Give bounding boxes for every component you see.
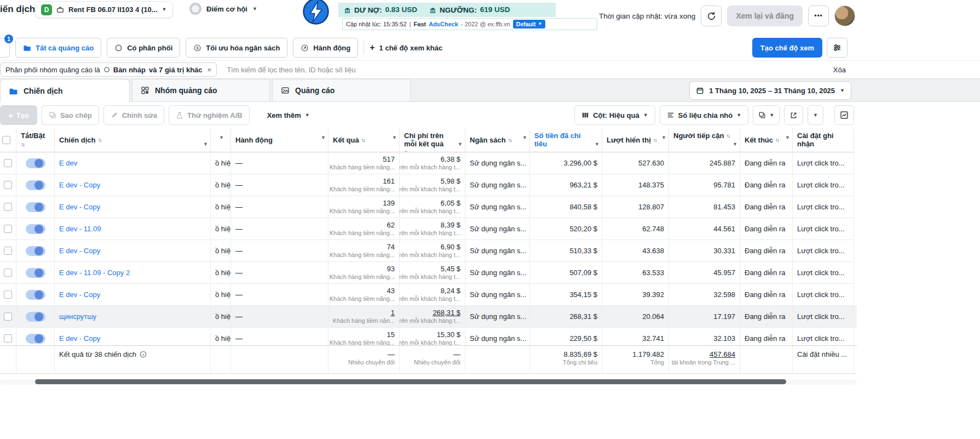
campaign-name-link[interactable]: E dev - Copy [59,181,206,189]
tab-campaigns[interactable]: Chiến dịch [0,79,130,102]
campaign-toggle[interactable] [26,312,45,322]
table-row[interactable]: E dev - Copy ồ hiệu — 43 Khách hàng tiềm… [0,284,857,306]
campaign-name-link[interactable]: E dev - Copy [59,290,206,299]
refresh-button[interactable] [701,5,722,26]
campaign-name-link[interactable]: щинсрутшу [59,312,206,321]
header-toggle[interactable]: Tắt/Bật↑↓ [16,128,55,152]
table-row[interactable]: E dev - 11.09 ồ hiệu — 62 Khách hàng tiề… [0,218,857,240]
chevron-down-icon[interactable]: ▼ [458,140,463,149]
header-campaign-name[interactable]: Chiến dịch↑↓ ▼ [55,128,211,152]
campaign-toggle[interactable] [26,268,45,278]
tab-ads[interactable]: Quảng cáo [272,79,411,102]
default-dropdown[interactable]: Default▼ [513,20,546,28]
chevron-down-icon[interactable]: ▼ [219,134,224,142]
row-checkbox[interactable] [4,181,12,189]
table-row[interactable]: E dev - Copy ồ hiệu — 161 Khách hàng tiề… [0,174,857,196]
row-checkbox[interactable] [4,334,12,343]
filter-search-input[interactable] [227,66,457,74]
chevron-down-icon[interactable]: ▼ [203,140,208,149]
header-budget[interactable]: Ngân sách↑↓ ▼ [465,128,530,152]
refresh-icon[interactable]: ↻ [572,20,581,29]
campaign-toggle[interactable] [26,202,45,212]
chevron-down-icon[interactable]: ▼ [785,134,790,142]
horizontal-scrollbar[interactable] [0,379,857,385]
create-view-button[interactable]: Tạo chế độ xem [752,38,822,58]
header-attribution-setting[interactable]: Cài đặt ghi nhận [793,128,854,152]
opportunity-score[interactable]: Điểm cơ hội ▼ [189,3,257,15]
tab-ad-sets[interactable]: Nhóm quảng cáo [132,79,270,102]
view-tab-all-ads[interactable]: Tất cả quảng cáo [15,38,101,58]
breakdown-button[interactable]: Số liệu chia nhỏ ▼ [660,105,749,125]
clear-filters-button[interactable]: Xóa [833,66,846,74]
more-actions-button[interactable]: Xem thêm ▼ [262,105,315,125]
campaign-name-link[interactable]: E dev - 11.09 - Copy 2 [59,269,206,277]
account-selector[interactable]: D Rent FB 06.07 II103 4 (10... ▼ [35,1,173,18]
export-options-button[interactable]: ▼ [808,105,823,125]
campaign-toggle[interactable] [26,246,45,256]
view-tab-action[interactable]: Hành động [293,38,358,58]
table-row[interactable]: E dev - Copy ồ hiệu — 15 Khách hàng tiềm… [0,328,857,345]
campaign-name-link[interactable]: E dev - Copy [59,247,206,255]
chevron-down-icon[interactable]: ▼ [733,140,737,149]
columns-button[interactable]: Cột: Hiệu quả ▼ [574,105,655,125]
row-checkbox[interactable] [4,269,12,277]
row-checkbox[interactable] [4,312,12,321]
more-views-button[interactable]: + 1 chế độ xem khác [370,43,442,53]
chevron-down-icon[interactable]: ▼ [661,134,666,142]
view-settings-button[interactable] [827,38,848,58]
header-action[interactable]: Hành động ▼ [231,128,328,152]
chevron-down-icon[interactable]: ▼ [522,134,527,142]
table-row[interactable]: E dev - 11.09 - Copy 2 ồ hiệu — 93 Khách… [0,262,857,284]
close-icon[interactable]: ✕ [548,20,557,29]
header-end-date[interactable]: Kết thúc↑↓ ▼ [740,128,793,152]
header-reach[interactable]: Người tiếp cận↑↓ ▼ [669,128,740,152]
campaign-name-link[interactable]: E dev - Copy [59,334,206,343]
campaign-toggle[interactable] [26,334,45,344]
view-tab-budget-optimization[interactable]: $ Tối ưu hóa ngân sách [186,38,287,58]
create-button[interactable]: + Tạo [0,105,37,125]
header-truncated-column[interactable]: ▼ [211,128,231,152]
row-checkbox[interactable] [4,247,12,255]
chevron-down-icon[interactable]: ▼ [392,134,397,142]
table-row[interactable]: щинсрутшу ồ hiệu — 1 Khách hàng tiềm năn… [0,306,857,328]
select-all-checkbox[interactable] [2,136,10,144]
chevron-down-icon[interactable]: ▼ [595,140,599,149]
duplicate-button[interactable]: Sao chép [42,105,99,125]
edit-button[interactable]: Chỉnh sửa [103,105,164,125]
header-amount-spent[interactable]: Số tiền đã chi tiêu↓ ▼ [530,128,602,152]
campaign-name-link[interactable]: E dev - 11.09 [59,225,206,233]
minimize-icon[interactable]: — [584,20,593,29]
row-checkbox[interactable] [4,225,12,233]
info-icon[interactable] [140,351,147,358]
search-panel-stub[interactable]: 1 [0,38,10,58]
table-row[interactable]: E dev - Copy ồ hiệu — 139 Khách hàng tiề… [0,196,857,218]
campaign-name-link[interactable]: E dev - Copy [59,203,206,211]
open-external-icon[interactable]: ↗ [560,20,569,29]
campaign-toggle[interactable] [26,180,45,190]
charts-button[interactable] [834,105,854,125]
campaign-toggle[interactable] [26,224,45,234]
campaign-name-link[interactable]: E dev [59,159,206,167]
header-impressions[interactable]: Lượt hiển thị↑↓ ▼ [602,128,669,152]
header-cost-per-result[interactable]: Chi phí trên mỗi kết quả↑↓ ▼ [400,128,465,152]
header-results[interactable]: Kết quả↑↓ ▼ [328,128,400,152]
campaign-toggle[interactable] [26,158,45,168]
remove-filter-icon[interactable]: × [207,66,212,74]
row-checkbox[interactable] [4,290,12,299]
ab-test-button[interactable]: Thử nghiệm A/B [169,105,250,125]
review-publish-button[interactable]: Xem lại và đăng [727,5,803,26]
chevron-down-icon[interactable]: ▼ [321,134,326,142]
more-options-button[interactable]: ••• [808,5,829,26]
export-button[interactable] [784,105,803,125]
brand-adscheck-link[interactable]: AdsCheck [429,21,458,27]
avatar[interactable] [834,5,855,26]
view-tab-has-delivery[interactable]: Có phân phối [107,38,180,58]
campaign-toggle[interactable] [26,290,45,300]
date-range-picker[interactable]: 1 Tháng 10, 2025 – 31 Tháng 10, 2025 ▼ [689,81,851,100]
table-row[interactable]: E dev - Copy ồ hiệu — 74 Khách hàng tiềm… [0,240,857,262]
row-checkbox[interactable] [4,203,12,211]
scrollbar-thumb[interactable] [35,379,786,384]
filter-chip[interactable]: Phân phối nhóm quảng cáo là Bản nháp và … [0,62,217,77]
row-checkbox[interactable] [4,159,12,167]
reports-button[interactable]: ▼ [753,105,780,125]
